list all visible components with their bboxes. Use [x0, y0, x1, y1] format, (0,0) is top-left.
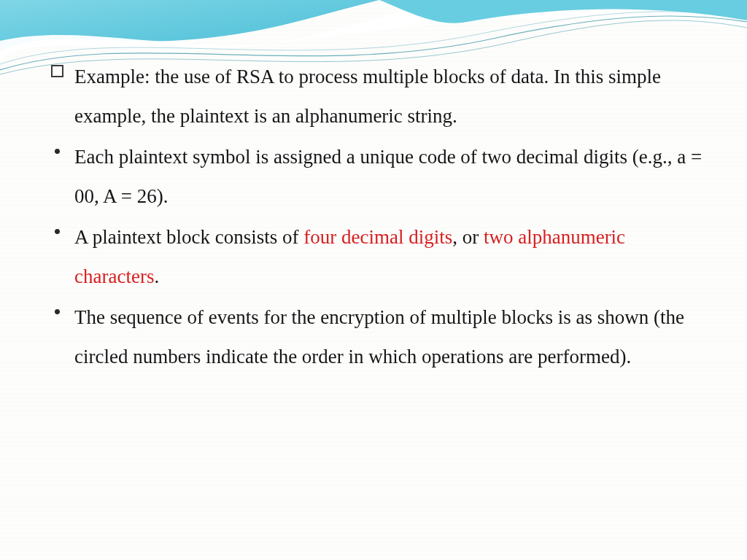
- bullet-text: Example: the use of RSA to process multi…: [74, 66, 661, 127]
- slide-content: Example: the use of RSA to process multi…: [51, 57, 711, 378]
- bullet-text: , or: [452, 226, 484, 248]
- bullet-list: Example: the use of RSA to process multi…: [51, 57, 711, 376]
- dot-bullet-icon: [51, 145, 63, 158]
- bullet-item-1: Each plaintext symbol is assigned a uniq…: [51, 137, 711, 216]
- bullet-text: Each plaintext symbol is assigned a uniq…: [74, 146, 702, 207]
- bullet-text: .: [154, 265, 159, 287]
- bullet-item-3: The sequence of events for the encryptio…: [51, 298, 711, 376]
- dot-bullet-icon: [51, 306, 63, 318]
- bullet-item-2: A plaintext block consists of four decim…: [51, 217, 711, 296]
- bullet-text: The sequence of events for the encryptio…: [74, 306, 684, 368]
- bullet-text: A plaintext block consists of: [74, 226, 303, 248]
- bullet-text-highlight: four decimal digits: [303, 226, 452, 248]
- bullet-item-0: Example: the use of RSA to process multi…: [51, 57, 711, 136]
- square-bullet-icon: [51, 65, 63, 77]
- dot-bullet-icon: [51, 225, 63, 238]
